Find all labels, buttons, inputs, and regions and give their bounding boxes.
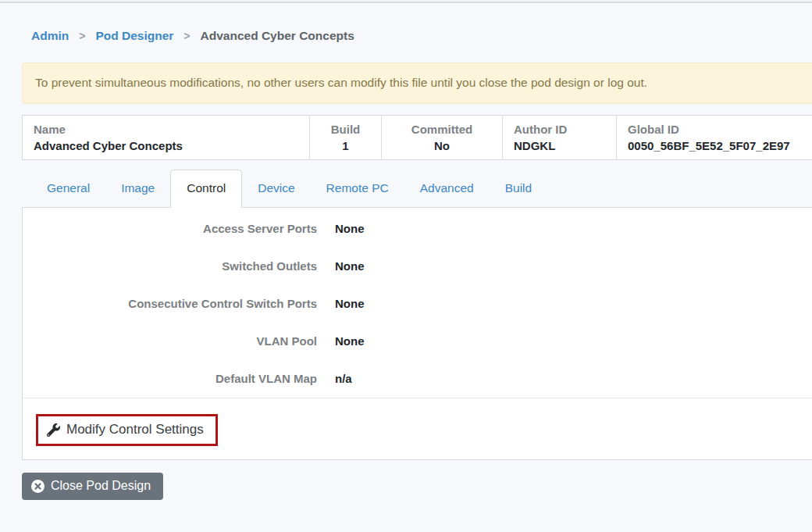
tab-device[interactable]: Device xyxy=(242,170,310,207)
breadcrumb-separator: > xyxy=(183,30,190,42)
table-header-row: Name Build Committed Author ID Global ID xyxy=(23,116,812,137)
pod-committed-value: No xyxy=(382,137,503,160)
pod-author-id-value: NDGKL xyxy=(503,137,617,160)
close-pod-design-label: Close Pod Design xyxy=(51,479,151,493)
field-value: None xyxy=(317,259,365,273)
field-row-default-vlan-map: Default VLAN Map n/a xyxy=(23,360,812,398)
field-label: VLAN Pool xyxy=(23,334,317,348)
pod-name-value: Advanced Cyber Concepts xyxy=(23,137,310,160)
tab-advanced[interactable]: Advanced xyxy=(404,170,490,207)
column-header-build: Build xyxy=(310,116,382,137)
field-label: Access Server Ports xyxy=(23,222,317,235)
field-value: n/a xyxy=(317,372,352,385)
field-row-switched-outlets: Switched Outlets None xyxy=(23,248,812,285)
wrench-icon xyxy=(47,423,60,437)
lock-warning-text: To prevent simultaneous modifications, n… xyxy=(35,76,647,89)
control-panel-footer: Modify Control Settings xyxy=(23,398,812,459)
pod-info-table-wrap: Name Build Committed Author ID Global ID… xyxy=(22,115,812,160)
field-label: Default VLAN Map xyxy=(23,372,317,385)
top-divider xyxy=(0,2,812,3)
breadcrumb-admin[interactable]: Admin xyxy=(31,29,69,43)
field-value: None xyxy=(317,334,365,348)
tab-general[interactable]: General xyxy=(31,170,105,207)
close-pod-design-button[interactable]: Close Pod Design xyxy=(22,473,163,500)
breadcrumb: Admin > Pod Designer > Advanced Cyber Co… xyxy=(31,29,812,43)
circle-x-icon xyxy=(31,480,45,493)
pod-build-value: 1 xyxy=(310,137,382,160)
field-label: Switched Outlets xyxy=(23,259,317,273)
breadcrumb-separator: > xyxy=(79,30,85,42)
tab-image[interactable]: Image xyxy=(105,170,170,207)
column-header-committed: Committed xyxy=(382,116,503,137)
control-tab-panel: Access Server Ports None Switched Outlet… xyxy=(22,207,812,460)
modify-control-settings-label: Modify Control Settings xyxy=(66,422,204,437)
table-row: Advanced Cyber Concepts 1 No NDGKL 0050_… xyxy=(23,137,812,160)
tab-build[interactable]: Build xyxy=(490,170,547,207)
pod-global-id-value: 0050_56BF_5E52_5F07_2E97 xyxy=(617,137,812,160)
field-row-vlan-pool: VLAN Pool None xyxy=(23,323,812,360)
column-header-global-id: Global ID xyxy=(617,116,812,137)
breadcrumb-pod-designer[interactable]: Pod Designer xyxy=(95,29,173,43)
field-label: Consecutive Control Switch Ports xyxy=(23,297,317,310)
field-value: None xyxy=(317,297,365,310)
field-value: None xyxy=(317,222,365,235)
control-fields: Access Server Ports None Switched Outlet… xyxy=(23,208,812,398)
field-row-access-server-ports: Access Server Ports None xyxy=(23,210,812,248)
modify-control-settings-button[interactable]: Modify Control Settings xyxy=(47,422,204,437)
field-row-consecutive-control-switch-ports: Consecutive Control Switch Ports None xyxy=(23,285,812,323)
pod-info-table: Name Build Committed Author ID Global ID… xyxy=(22,115,812,160)
lock-warning-banner: To prevent simultaneous modifications, n… xyxy=(22,62,812,104)
column-header-author-id: Author ID xyxy=(503,116,617,137)
tab-remote-pc[interactable]: Remote PC xyxy=(311,170,404,207)
pod-designer-tabs: General Image Control Device Remote PC A… xyxy=(22,170,812,207)
click-highlight-annotation: Modify Control Settings xyxy=(36,414,218,446)
column-header-name: Name xyxy=(23,116,310,137)
breadcrumb-current-page: Advanced Cyber Concepts xyxy=(201,29,354,43)
tab-control[interactable]: Control xyxy=(170,170,242,208)
